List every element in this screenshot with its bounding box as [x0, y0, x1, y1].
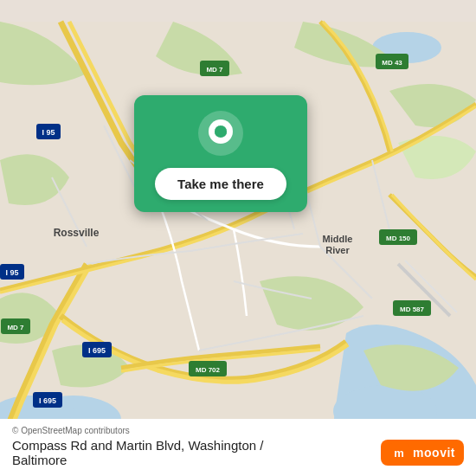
svg-text:MD 587: MD 587 — [400, 306, 425, 313]
popup-card: Take me there — [134, 95, 307, 212]
svg-text:MD 702: MD 702 — [196, 366, 221, 374]
svg-text:I 695: I 695 — [88, 346, 106, 355]
attribution-text: © OpenStreetMap contributors — [12, 426, 464, 435]
moovit-badge: m moovit — [381, 440, 464, 466]
svg-text:MD 150: MD 150 — [386, 235, 411, 242]
map-background: I 95 I 95 I 695 I 695 MD 7 MD 7 MD 43 MD… — [0, 0, 476, 476]
svg-text:MD 43: MD 43 — [382, 59, 402, 67]
svg-text:MD 7: MD 7 — [7, 324, 24, 331]
svg-text:m: m — [394, 447, 404, 460]
moovit-logo: m moovit — [381, 440, 464, 466]
svg-text:I 95: I 95 — [42, 128, 55, 137]
svg-text:Middle: Middle — [323, 234, 353, 244]
moovit-text: moovit — [413, 446, 455, 460]
svg-text:I 695: I 695 — [39, 396, 56, 405]
svg-text:Rossville: Rossville — [54, 227, 100, 239]
moovit-icon: m — [389, 443, 408, 462]
svg-text:I 95: I 95 — [5, 268, 18, 277]
svg-point-30 — [215, 125, 227, 138]
svg-text:MD 7: MD 7 — [206, 66, 223, 74]
map-container: I 95 I 95 I 695 I 695 MD 7 MD 7 MD 43 MD… — [0, 0, 476, 476]
svg-text:River: River — [325, 245, 350, 255]
take-me-there-button[interactable]: Take me there — [155, 168, 286, 200]
location-pin-icon — [198, 111, 243, 156]
